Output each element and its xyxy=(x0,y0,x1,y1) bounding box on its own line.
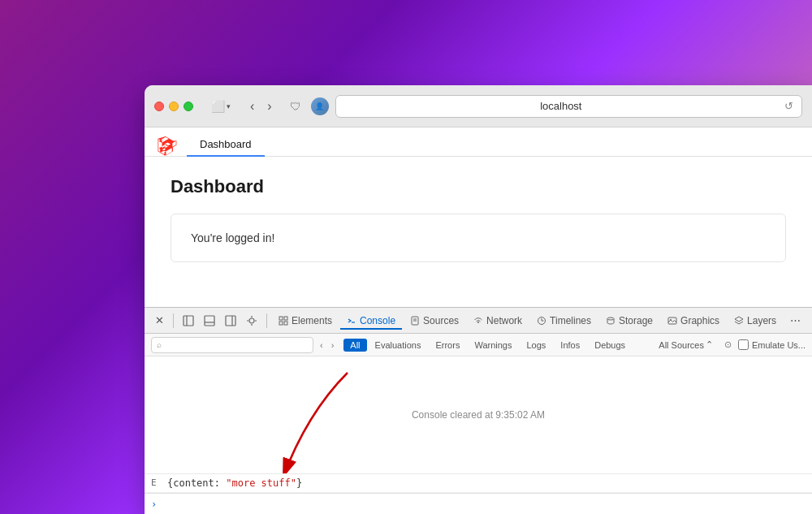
layers-tab-label: Layers xyxy=(747,315,776,326)
svg-point-22 xyxy=(607,317,614,320)
tab-bar: Dashboard xyxy=(145,127,812,157)
filter-chip-warnings[interactable]: Warnings xyxy=(468,339,518,352)
timelines-icon xyxy=(537,316,546,326)
devtools-tab-sources[interactable]: Sources xyxy=(404,312,465,330)
chevron-down-icon: ⌃ xyxy=(706,339,713,350)
maximize-button[interactable] xyxy=(184,102,193,111)
network-icon xyxy=(473,316,483,326)
page-title: Dashboard xyxy=(171,176,786,197)
back-button[interactable]: ‹ xyxy=(245,96,259,117)
svg-rect-13 xyxy=(279,322,283,325)
devtools-tab-console[interactable]: Console xyxy=(340,312,402,330)
console-prompt[interactable]: › xyxy=(145,493,812,514)
filter-chip-errors[interactable]: Errors xyxy=(429,339,466,352)
graphics-tab-label: Graphics xyxy=(680,315,719,326)
dock-left-icon xyxy=(183,315,194,326)
devtools-tab-network[interactable]: Network xyxy=(467,312,529,330)
sources-tab-label: Sources xyxy=(423,315,459,326)
profile-avatar: 👤 xyxy=(315,102,324,110)
console-search-input[interactable] xyxy=(165,340,308,350)
emulate-label: Emulate Us... xyxy=(752,340,806,350)
sidebar-icon: ⬜ xyxy=(211,100,225,113)
browser-window: ⬜ ▾ ‹ › 🛡 👤 localhost ↺ Dashboard xyxy=(145,85,812,514)
close-button[interactable] xyxy=(154,102,164,111)
more-tabs-button[interactable]: ⋯ xyxy=(786,312,805,329)
svg-rect-0 xyxy=(184,316,193,326)
filter-chip-all[interactable]: All xyxy=(343,339,366,352)
devtools-tab-storage[interactable]: Storage xyxy=(599,312,659,330)
console-cleared-message: Console cleared at 9:35:02 AM xyxy=(395,393,561,437)
page-inner: Dashboard You're logged in! xyxy=(145,157,812,307)
emulate-checkbox[interactable] xyxy=(738,339,749,350)
console-output-area: Console cleared at 9:35:02 AM xyxy=(145,356,812,473)
title-bar: ⬜ ▾ ‹ › 🛡 👤 localhost ↺ xyxy=(145,85,812,127)
layers-icon xyxy=(734,316,744,326)
console-tab-label: Console xyxy=(360,315,395,326)
filter-chip-debugs[interactable]: Debugs xyxy=(588,339,632,352)
filter-chips: All Evaluations Errors Warnings Logs Inf… xyxy=(343,339,632,352)
console-icon xyxy=(347,316,356,326)
console-search-box[interactable]: ⌕ xyxy=(151,337,313,353)
forward-button[interactable]: › xyxy=(262,96,276,117)
chevron-down-icon: ▾ xyxy=(227,102,231,110)
page-content-area: Dashboard You're logged in! xyxy=(145,157,812,307)
dashboard-tab-label: Dashboard xyxy=(200,138,252,150)
filter-prev-button[interactable]: ‹ xyxy=(317,339,326,352)
shield-icon: 🛡 xyxy=(287,97,304,116)
entry-code-close: } xyxy=(296,477,302,489)
all-sources-label: All Sources xyxy=(659,340,704,350)
filter-chip-logs[interactable]: Logs xyxy=(520,339,552,352)
devtools-tab-layers[interactable]: Layers xyxy=(728,312,783,330)
dock-right-button[interactable] xyxy=(221,313,240,329)
logged-in-message: You're logged in! xyxy=(191,231,274,244)
reload-icon[interactable]: ↺ xyxy=(784,100,793,112)
element-picker-button[interactable] xyxy=(242,313,261,329)
devtools-panel: ✕ Elements Console xyxy=(145,307,812,514)
filter-nav: ‹ › xyxy=(317,339,337,352)
devtools-tab-timelines[interactable]: Timelines xyxy=(530,312,598,330)
svg-rect-14 xyxy=(284,322,287,325)
filter-icon[interactable]: ⊙ xyxy=(721,338,735,352)
laravel-logo xyxy=(158,136,177,156)
dock-right-icon xyxy=(225,315,236,326)
console-filter-bar: ⌕ ‹ › All Evaluations Errors Warnings Lo… xyxy=(145,334,812,356)
network-tab-label: Network xyxy=(486,315,522,326)
all-sources-dropdown[interactable]: All Sources ⌃ xyxy=(654,338,718,352)
entry-string-value: "more stuff" xyxy=(226,477,296,489)
elements-icon xyxy=(279,316,288,326)
svg-point-24 xyxy=(670,319,672,321)
minimize-button[interactable] xyxy=(169,102,179,111)
devtools-toolbar: ✕ Elements Console xyxy=(145,308,812,334)
entry-code: {content: "more stuff"} xyxy=(167,477,302,489)
search-icon: ⌕ xyxy=(157,340,162,349)
profile-icon[interactable]: 👤 xyxy=(311,97,329,115)
devtools-close-button[interactable]: ✕ xyxy=(151,312,168,329)
console-entry-0: E {content: "more stuff"} xyxy=(145,473,812,493)
devtools-tab-graphics[interactable]: Graphics xyxy=(661,312,726,330)
svg-rect-12 xyxy=(284,317,287,320)
traffic-lights xyxy=(154,102,193,111)
element-picker-icon xyxy=(246,315,257,326)
nav-buttons: ‹ › xyxy=(245,96,277,117)
dock-bottom-icon xyxy=(204,315,215,326)
sidebar-toggle-button[interactable]: ⬜ ▾ xyxy=(206,97,235,116)
prompt-chevron-icon: › xyxy=(151,499,157,510)
svg-rect-11 xyxy=(279,317,283,320)
sources-icon xyxy=(410,316,420,326)
filter-chip-evaluations[interactable]: Evaluations xyxy=(369,339,428,352)
svg-point-6 xyxy=(249,318,254,323)
graphics-icon xyxy=(667,316,677,326)
svg-rect-4 xyxy=(226,316,235,326)
elements-tab-label: Elements xyxy=(292,315,332,326)
address-bar[interactable]: localhost ↺ xyxy=(335,95,802,118)
dock-bottom-button[interactable] xyxy=(200,313,219,329)
filter-next-button[interactable]: › xyxy=(328,339,338,352)
toolbar-separator-1 xyxy=(173,313,174,328)
dashboard-tab[interactable]: Dashboard xyxy=(187,132,265,157)
storage-tab-label: Storage xyxy=(619,315,653,326)
svg-rect-2 xyxy=(205,316,214,326)
filter-chip-infos[interactable]: Infos xyxy=(554,339,586,352)
dock-left-button[interactable] xyxy=(179,313,198,329)
timelines-tab-label: Timelines xyxy=(550,315,591,326)
devtools-tab-elements[interactable]: Elements xyxy=(272,312,339,330)
